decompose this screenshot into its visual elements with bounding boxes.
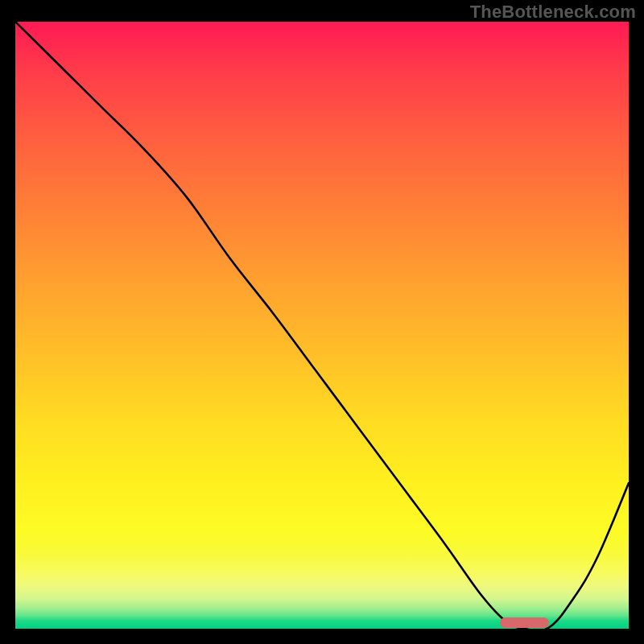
watermark-text: TheBottleneck.com — [470, 2, 636, 23]
curve-line — [15, 22, 629, 629]
curve-path — [15, 22, 629, 629]
optimum-marker — [500, 617, 549, 628]
plot-area — [15, 22, 629, 629]
chart-frame: TheBottleneck.com — [0, 0, 644, 644]
